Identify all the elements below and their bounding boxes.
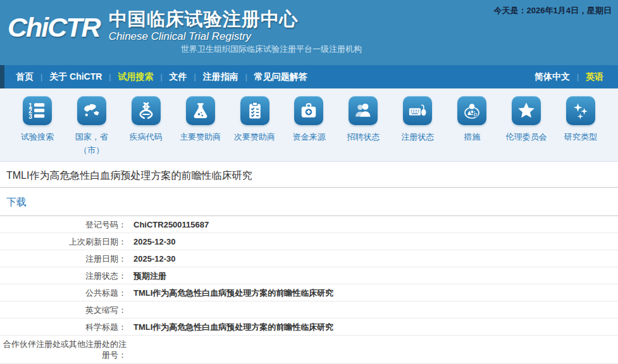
language-switcher: 简体中文 英语 bbox=[528, 71, 618, 83]
table-row: 注册日期： 2025-12-30 bbox=[0, 250, 618, 267]
table-row: 登记号码： ChiCTR2500115687 bbox=[0, 216, 618, 233]
filter-label: 伦理委员会 bbox=[499, 130, 553, 143]
svg-text:3: 3 bbox=[28, 113, 32, 120]
field-label-registration-status: 注册状态： bbox=[0, 268, 127, 284]
filter-label: 次要赞助商 bbox=[228, 130, 282, 143]
site-title-chinese: 中国临床试验注册中心 bbox=[109, 8, 299, 30]
keyboard-mouse-icon bbox=[403, 96, 432, 125]
filter-label: 注册状态 bbox=[390, 130, 445, 143]
nav-item-registration-guide[interactable]: 注册指南 bbox=[203, 71, 238, 83]
dna-icon bbox=[132, 96, 161, 125]
lang-english[interactable]: 英语 bbox=[586, 71, 603, 83]
nav-item-faq[interactable]: 常见问题解答 bbox=[254, 71, 307, 83]
filter-ethics-committee[interactable]: 伦理委员会 bbox=[499, 96, 553, 161]
clipboard-checklist-icon bbox=[240, 96, 269, 125]
brand-block: ChiCTR 中国临床试验注册中心 Chinese Clinical Trial… bbox=[8, 8, 299, 46]
filter-country-province[interactable]: 国家，省 （市） bbox=[65, 96, 119, 161]
field-label-scientific-title: 科学标题： bbox=[0, 319, 127, 335]
lang-simplified-chinese[interactable]: 简体中文 bbox=[535, 71, 570, 83]
filter-label: 研究类型 bbox=[553, 130, 608, 143]
people-icon bbox=[349, 96, 378, 125]
page-title-bar: TMLI作为高危急性白血病预处理方案的前瞻性临床研究 bbox=[0, 162, 618, 188]
table-row: 上次刷新日期： 2025-12-30 bbox=[0, 233, 618, 250]
main-nav: 首页 关于 ChiCTR 试用搜索 文件 注册指南 常见问题解答 简体中文 英语 bbox=[0, 65, 618, 88]
field-label-partner-registry-number: 合作伙伴注册处或其他注册处的注册号： bbox=[0, 336, 127, 363]
nav-separator bbox=[160, 73, 162, 82]
doctor-icon bbox=[457, 96, 486, 125]
chictr-logo[interactable]: ChiCTR bbox=[8, 8, 100, 46]
trial-detail-content: TMLI作为高危急性白血病预处理方案的前瞻性临床研究 下载 登记号码： ChiC… bbox=[0, 162, 618, 364]
page-title: TMLI作为高危急性白血病预处理方案的前瞻性临床研究 bbox=[6, 169, 612, 183]
table-row: 英文缩写： bbox=[0, 301, 618, 318]
table-row: 注册状态： 预期注册 bbox=[0, 267, 618, 284]
field-value-public-title: TMLI作为高危急性白血病预处理方案的前瞻性临床研究 bbox=[127, 288, 618, 298]
download-link[interactable]: 下载 bbox=[6, 197, 27, 207]
nav-item-home[interactable]: 首页 bbox=[16, 71, 34, 83]
field-value-registration-date: 2025-12-30 bbox=[127, 253, 618, 264]
field-value-last-refreshed: 2025-12-30 bbox=[127, 236, 618, 247]
nav-separator bbox=[40, 73, 42, 82]
table-row: 科学标题： TMLI作为高危急性白血病预处理方案的前瞻性临床研究 bbox=[0, 318, 618, 336]
medical-bag-icon bbox=[294, 96, 323, 125]
nav-separator bbox=[109, 73, 111, 82]
filter-label: 试验搜索 bbox=[10, 130, 65, 143]
filter-recruiting-status[interactable]: 招聘状态 bbox=[336, 96, 390, 161]
field-label-registration-number: 登记号码： bbox=[0, 217, 127, 233]
sparkles-icon bbox=[566, 96, 595, 125]
table-row: 公共标题： TMLI作为高危急性白血病预处理方案的前瞻性临床研究 bbox=[0, 284, 618, 301]
field-label-registration-date: 注册日期： bbox=[0, 251, 127, 267]
nav-left-notch bbox=[0, 65, 4, 88]
nav-separator bbox=[245, 73, 247, 82]
filter-label: 国家，省 （市） bbox=[65, 130, 119, 157]
nav-separator bbox=[194, 73, 196, 82]
nav-item-about[interactable]: 关于 ChiCTR bbox=[49, 71, 102, 83]
filter-primary-sponsor[interactable]: 主要赞助商 bbox=[173, 96, 228, 161]
world-map-icon bbox=[77, 96, 106, 125]
field-value-registration-status: 预期注册 bbox=[127, 270, 618, 281]
filter-disease-code[interactable]: 疾病代码 bbox=[119, 96, 173, 161]
flask-icon bbox=[186, 96, 215, 125]
table-row: 合作伙伴注册处或其他注册处的注册号： bbox=[0, 336, 618, 364]
star-icon bbox=[512, 96, 541, 125]
filter-funding-source[interactable]: 资金来源 bbox=[282, 96, 337, 161]
download-bar: 下载 bbox=[0, 188, 618, 216]
field-value-registration-number: ChiCTR2500115687 bbox=[127, 219, 618, 230]
filter-registration-status[interactable]: 注册状态 bbox=[390, 96, 445, 161]
field-label-public-title: 公共标题： bbox=[0, 285, 127, 301]
filter-interventions[interactable]: 措施 bbox=[445, 96, 499, 161]
site-header: ChiCTR 中国临床试验注册中心 Chinese Clinical Trial… bbox=[0, 0, 618, 65]
numbered-list-icon: 123 bbox=[23, 96, 52, 125]
filter-label: 主要赞助商 bbox=[173, 130, 228, 143]
filter-label: 招聘状态 bbox=[336, 130, 390, 143]
brand-titles: 中国临床试验注册中心 Chinese Clinical Trial Regist… bbox=[109, 8, 299, 44]
field-label-last-refreshed: 上次刷新日期： bbox=[0, 234, 127, 250]
search-filters-panel: 123 试验搜索 国家，省 （市） 疾病代码 主要赞助商 次要赞助商 资金来源 bbox=[0, 88, 618, 162]
who-registry-subtitle: 世界卫生组织国际临床试验注册平台一级注册机构 bbox=[181, 44, 362, 55]
site-title-english: Chinese Clinical Trial Registry bbox=[109, 30, 299, 44]
nav-item-documents[interactable]: 文件 bbox=[170, 71, 187, 83]
filter-label: 资金来源 bbox=[282, 130, 337, 143]
filter-secondary-sponsor[interactable]: 次要赞助商 bbox=[228, 96, 282, 161]
filter-trial-search[interactable]: 123 试验搜索 bbox=[10, 96, 65, 161]
field-value-scientific-title: TMLI作为高危急性白血病预处理方案的前瞻性临床研究 bbox=[127, 322, 618, 332]
nav-separator bbox=[577, 73, 579, 82]
nav-item-trial-search[interactable]: 试用搜索 bbox=[118, 71, 153, 83]
filter-label: 措施 bbox=[445, 130, 499, 143]
filter-study-type[interactable]: 研究类型 bbox=[553, 96, 608, 161]
current-date: 今天是：2026年1月4日，星期日 bbox=[494, 5, 612, 16]
trial-fields-table: 登记号码： ChiCTR2500115687 上次刷新日期： 2025-12-3… bbox=[0, 216, 618, 364]
field-label-english-acronym: 英文缩写： bbox=[0, 302, 127, 318]
filter-label: 疾病代码 bbox=[119, 130, 173, 143]
